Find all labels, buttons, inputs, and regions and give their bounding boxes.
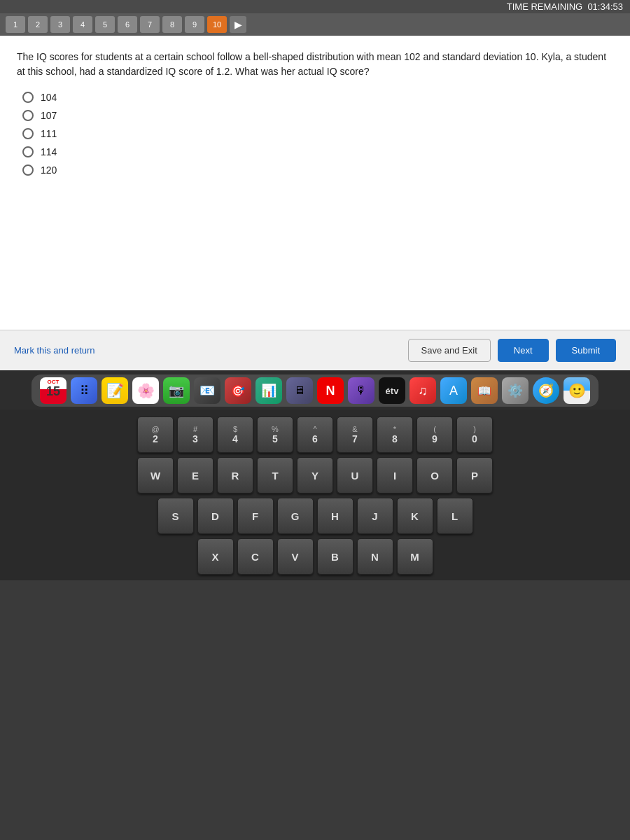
dock-appletv[interactable]: étv [379, 377, 405, 404]
option-114[interactable]: 114 [22, 146, 613, 158]
dock-podcasts[interactable]: 🎙 [348, 377, 374, 404]
dock-launchpad[interactable]: ⠿ [71, 377, 97, 404]
submit-button[interactable]: Submit [556, 339, 616, 362]
key-row-qwerty: W E R T Y U I O P [14, 457, 616, 493]
radio-120[interactable] [22, 164, 34, 176]
mark-return-link[interactable]: Mark this and return [14, 345, 95, 356]
key-V[interactable]: V [277, 538, 314, 575]
dock-books[interactable]: 📖 [471, 377, 498, 404]
timer-label: TIME REMAINING [507, 1, 582, 12]
key-W[interactable]: W [137, 457, 174, 493]
nav-btn-6[interactable]: 6 [118, 16, 137, 33]
dock-finder[interactable]: 🙂 [564, 377, 590, 404]
nav-btn-5[interactable]: 5 [95, 16, 115, 33]
launchpad-icon: ⠿ [80, 383, 89, 398]
nav-btn-10[interactable]: 10 [207, 16, 227, 33]
finder-icon: 🙂 [568, 382, 586, 399]
key-G[interactable]: G [277, 498, 314, 534]
timer-bar: TIME REMAINING 01:34:53 [0, 0, 630, 13]
dock-facetime[interactable]: 📷 [163, 377, 190, 404]
books-icon: 📖 [477, 384, 491, 398]
dock-calendar[interactable]: OCT 15 [40, 377, 66, 404]
nav-btn-7[interactable]: 7 [140, 16, 160, 33]
notes-icon: 📝 [106, 382, 124, 399]
option-104-label: 104 [41, 92, 57, 103]
key-row-numbers: @2 #3 $4 %5 ^6 &7 *8 (9 )0 [14, 416, 616, 453]
key-row-asdf: S D F G H J K L [14, 498, 616, 534]
nav-btn-9[interactable]: 9 [185, 16, 204, 33]
key-B[interactable]: B [317, 538, 354, 575]
key-2[interactable]: @2 [137, 416, 174, 453]
key-9[interactable]: (9 [416, 416, 453, 453]
podcast-icon: 🎙 [356, 384, 367, 397]
dock-keynote[interactable]: 🎯 [225, 377, 251, 404]
next-button[interactable]: Next [498, 339, 549, 362]
dock-sysprefs[interactable]: ⚙️ [502, 377, 528, 404]
dock-numbers[interactable]: 📊 [255, 377, 282, 404]
dock-mail[interactable]: 📧 [194, 377, 220, 404]
key-K[interactable]: K [397, 498, 433, 534]
sysprefs-icon: ⚙️ [507, 383, 523, 398]
key-5[interactable]: %5 [257, 416, 293, 453]
timer-value: 01:34:53 [587, 1, 623, 12]
nav-btn-2[interactable]: 2 [28, 16, 48, 33]
option-114-label: 114 [41, 146, 57, 158]
dock-netflix[interactable]: N [317, 377, 344, 404]
option-104[interactable]: 104 [22, 92, 613, 103]
key-U[interactable]: U [337, 457, 373, 493]
radio-111[interactable] [22, 128, 34, 139]
key-S[interactable]: S [158, 498, 194, 534]
key-C[interactable]: C [237, 538, 274, 575]
keynote-icon: 🎯 [231, 384, 245, 398]
key-7[interactable]: &7 [337, 416, 373, 453]
nav-arrow-next[interactable]: ▶ [230, 16, 246, 33]
key-J[interactable]: J [357, 498, 393, 534]
option-107[interactable]: 107 [22, 110, 613, 121]
translate-icon: A [449, 384, 458, 398]
nav-btn-1[interactable]: 1 [6, 16, 25, 33]
radio-107[interactable] [22, 110, 34, 121]
option-120-label: 120 [41, 164, 57, 176]
key-3[interactable]: #3 [177, 416, 214, 453]
option-120[interactable]: 120 [22, 164, 613, 176]
action-bar: Mark this and return Save and Exit Next … [0, 330, 630, 370]
action-buttons: Save and Exit Next Submit [408, 339, 616, 362]
key-Y[interactable]: Y [297, 457, 333, 493]
option-111[interactable]: 111 [22, 128, 613, 139]
key-I[interactable]: I [377, 457, 413, 493]
dock-photos[interactable]: 🌸 [132, 377, 159, 404]
key-O[interactable]: O [416, 457, 453, 493]
dock-music[interactable]: ♫ [410, 377, 436, 404]
radio-114[interactable] [22, 146, 34, 158]
key-T[interactable]: T [257, 457, 293, 493]
key-M[interactable]: M [397, 538, 433, 575]
nav-btn-3[interactable]: 3 [50, 16, 70, 33]
save-exit-button[interactable]: Save and Exit [408, 339, 491, 362]
key-4[interactable]: $4 [217, 416, 253, 453]
nav-btn-4[interactable]: 4 [73, 16, 92, 33]
key-F[interactable]: F [237, 498, 274, 534]
answer-options: 104 107 111 114 120 [22, 92, 613, 176]
key-N[interactable]: N [357, 538, 393, 575]
key-H[interactable]: H [317, 498, 354, 534]
key-D[interactable]: D [197, 498, 234, 534]
option-107-label: 107 [41, 110, 57, 121]
nav-btn-8[interactable]: 8 [162, 16, 182, 33]
key-X[interactable]: X [197, 538, 234, 575]
key-8[interactable]: *8 [377, 416, 413, 453]
key-L[interactable]: L [437, 498, 473, 534]
key-P[interactable]: P [456, 457, 493, 493]
photos-icon: 🌸 [137, 382, 155, 399]
key-6[interactable]: ^6 [297, 416, 333, 453]
dock-safari[interactable]: 🧭 [533, 377, 559, 404]
key-E[interactable]: E [177, 457, 214, 493]
numbers-icon: 📊 [261, 383, 276, 398]
key-R[interactable]: R [217, 457, 253, 493]
radio-104[interactable] [22, 92, 34, 103]
key-0[interactable]: )0 [456, 416, 493, 453]
dock-translate[interactable]: A [440, 377, 467, 404]
keyboard: @2 #3 $4 %5 ^6 &7 *8 (9 )0 W E R T Y U I… [14, 416, 616, 575]
dock-display[interactable]: 🖥 [286, 377, 313, 404]
question-container: The IQ scores for students at a certain … [0, 36, 630, 330]
dock-notes[interactable]: 📝 [102, 377, 128, 404]
